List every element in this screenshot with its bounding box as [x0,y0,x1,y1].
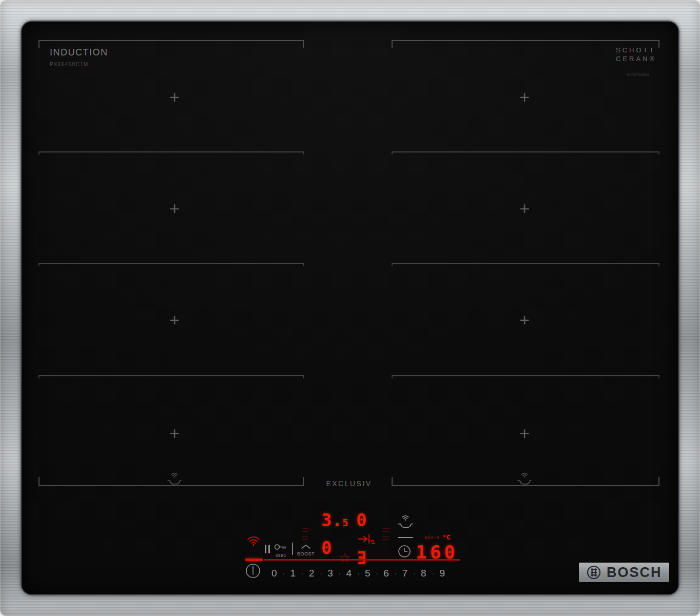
zone-center-marker: + [169,201,181,215]
slider-dot: · [301,569,304,578]
pause-icon [265,545,266,553]
zone-line [392,151,659,152]
timer-clock-key[interactable] [397,544,412,559]
zone-corner [303,477,304,485]
temperature-unit: °C [442,534,451,541]
slider-number-5[interactable]: 5 [365,568,371,579]
bosch-emblem-icon [586,565,601,580]
frying-sensor-zone-icon [516,471,533,487]
key-icon [274,543,287,551]
bridge-indicator-icon [302,527,308,542]
slider-number-7[interactable]: 7 [402,568,408,579]
display-right-front-glyph: E [357,549,366,567]
zone-corner [658,151,659,155]
model-number-label: PXX645HC1M [50,62,108,67]
zone-corner [392,151,393,155]
frying-sensor-key[interactable] [396,513,415,538]
zone-corner [658,263,659,266]
slider-number-0[interactable]: 0 [271,568,277,579]
slider-number-8[interactable]: 8 [421,568,426,579]
zone-corner [392,40,393,48]
pause-key[interactable] [265,545,271,553]
slider-number-3[interactable]: 3 [327,568,333,579]
zone-center-marker: + [519,313,531,326]
move-pan-indicator: E [356,533,380,571]
boost-label: BOOST [297,551,315,556]
childlock-key[interactable]: 4sec [274,543,287,558]
zone-center-marker: + [169,313,181,326]
display-right-rear-level: 0 [356,511,366,529]
zone-center-marker: + [169,426,181,440]
slider-active-segment[interactable] [245,559,263,561]
power-level-slider[interactable]: 0 · 1 · 2 · 3 · 4 · 5 · 6 · 7 · 8 · 9 [271,567,445,580]
zone-corner [38,263,40,266]
schott-ceran-logo: SCHOTT CERAN® [616,46,662,64]
slider-dot: · [320,569,322,578]
lock-hold-label: 4sec [274,553,287,558]
zone-corner [392,375,393,378]
zone-line [38,263,304,264]
move-pan-arrow-icon [356,533,380,548]
slider-number-1[interactable]: 1 [290,568,296,579]
frying-sensor-icon [396,513,415,531]
sensor-underline [398,537,413,538]
bosch-wordmark: BOSCH [607,565,662,581]
zone-corner [303,375,304,378]
zone-line [38,40,304,41]
zone-corner [38,151,40,155]
bosch-logo-badge: BOSCH [579,563,669,582]
schott-line: SCHOTT [616,46,662,55]
frying-sensor-zone-icon [166,471,183,487]
zone-corner [392,263,393,266]
glass-part-number: 9000705569 [627,73,650,76]
glass-print-block: INDUCTION PXX645HC1M [50,47,108,67]
slider-number-6[interactable]: 6 [383,568,389,579]
power-button[interactable] [244,562,262,580]
boost-chevron-icon [300,544,312,549]
zone-corner [658,477,659,485]
slider-dot: · [394,569,397,578]
zone-line [392,40,659,41]
timer-unit-label: min-s [425,536,440,540]
zone-line [38,151,304,152]
slider-dot: · [413,569,416,578]
zone-corner [303,263,304,266]
display-left-rear-level: 3.5 [321,511,348,529]
zone-corner [658,375,659,378]
zone-corner [392,477,393,485]
zone-corner [38,40,40,48]
slider-dot: · [357,569,360,578]
zone-center-marker: + [519,426,531,440]
zone-center-marker: + [169,90,181,104]
zone-center-marker: + [519,90,531,104]
ceran-line: CERAN® [616,55,662,64]
zone-corner [303,151,304,155]
slider-dot: · [432,569,434,578]
induction-label: INDUCTION [50,47,108,58]
wifi-icon [246,535,261,547]
display-left-front-level: 0 [321,539,332,556]
boost-key[interactable]: BOOST [297,542,315,556]
zone-line [392,375,659,376]
slider-line[interactable] [264,559,460,561]
display-digit-decimal: 5 [342,517,348,528]
slider-number-4[interactable]: 4 [346,568,352,579]
panel-divider [292,543,293,555]
zone-center-marker: + [519,201,531,215]
zone-corner [38,375,40,378]
slider-number-2[interactable]: 2 [309,568,315,579]
exclusiv-badge: EXCLUSIV [316,479,382,488]
pause-icon [268,545,270,553]
cooktop-product-photo: + + + + [0,0,700,616]
slider-dot: · [338,569,341,578]
slider-number-9[interactable]: 9 [439,568,445,579]
slider-dot: · [282,569,285,578]
zone-line [392,263,659,264]
ceran-glass-surface: + + + + [22,22,678,594]
zone-corner [303,40,304,48]
star-icon: ☆ [339,550,351,566]
zone-corner [38,477,40,485]
bridge-indicator-icon [382,527,389,542]
display-digit: 3. [321,510,342,530]
zone-line [38,375,304,376]
